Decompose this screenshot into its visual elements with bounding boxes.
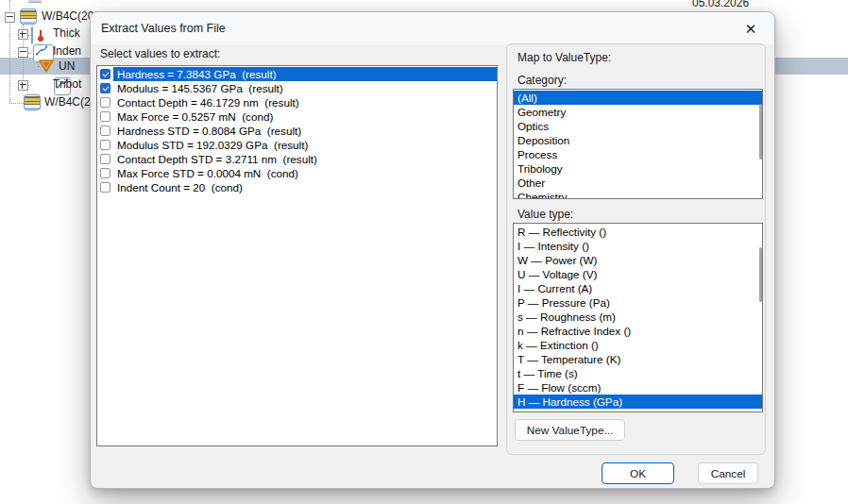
checkbox-icon[interactable] [100,182,110,193]
value-row[interactable]: Max Force STD = 0.0004 mN (cond) [97,166,497,180]
category-option[interactable]: Tribology [514,161,762,176]
valuetype-option[interactable]: W — Power (W) [514,253,762,267]
valuetype-scrollbar-thumb[interactable] [759,247,762,302]
valuetype-option[interactable]: k — Extinction () [514,338,762,352]
valuetype-option[interactable]: T — Temperature (K) [514,352,762,366]
checkbox-icon[interactable] [100,97,110,108]
tree-item-label[interactable]: Inden [53,43,81,59]
close-icon[interactable]: ✕ [738,17,763,42]
valuetype-option[interactable]: I — Intensity () [514,239,762,253]
tree-item-label[interactable]: UN [59,59,75,75]
value-row[interactable]: Hardness STD = 0.8084 GPa (result) [97,124,497,138]
value-row[interactable]: Contact Depth STD = 3.2711 nm (result) [97,152,497,166]
valuetype-listbox[interactable]: R — Reflectivity () I — Intensity () W —… [513,223,763,412]
value-row[interactable]: Modulus = 145.5367 GPa (result) [97,81,497,95]
tree-item-label[interactable]: Tribot [53,76,81,92]
value-row-label: Max Force = 0.5257 mN (cond) [113,109,277,124]
tree-item-label[interactable]: W/B4C(2 [44,94,91,110]
category-option[interactable]: Process [514,147,762,161]
app-window: 05.03.2026 W/B4C(200101A) Thick Inden UN… [0,0,848,504]
value-row[interactable]: Modulus STD = 192.0329 GPa (result) [97,138,497,152]
checkbox-icon[interactable] [100,83,110,93]
valuetype-option[interactable]: s — Roughness (m) [514,310,762,324]
new-valuetype-button[interactable]: New ValueType... [515,419,625,441]
select-values-label: Select values to extract: [100,47,220,60]
value-row-label: Modulus = 145.5367 GPa (result) [113,81,287,95]
row-date: 05.03.2026 [692,0,749,10]
tree-item-label[interactable]: Thick [53,25,80,42]
values-checklist[interactable]: Hardness = 7.3843 GPa (result) Modulus =… [96,65,498,446]
warning-triangle-icon [39,59,54,76]
map-group-title: Map to ValueType: [517,51,611,64]
checkbox-icon[interactable] [100,126,110,136]
expander-plus-icon[interactable] [18,29,28,40]
category-label: Category: [517,74,567,87]
category-option[interactable]: Deposition [514,133,762,147]
category-scrollbar-thumb[interactable] [759,104,762,160]
value-row[interactable]: Hardness = 7.3843 GPa (result) [97,67,497,81]
value-row-label: Hardness STD = 0.8084 GPa (result) [113,124,305,138]
expander-minus-icon[interactable] [18,47,28,58]
thermometer-icon [31,26,33,44]
cancel-button[interactable]: Cancel [698,462,758,484]
expander-plus-icon[interactable] [18,80,28,91]
category-listbox[interactable]: (All) Geometry Optics Deposition Process… [513,89,763,199]
valuetype-option[interactable]: n — Refractive Index () [514,324,762,338]
checkbox-icon[interactable] [100,168,110,178]
category-option[interactable]: (All) [514,91,762,105]
map-valuetype-group: Map to ValueType: Category: (All) Geomet… [506,43,766,455]
valuetype-option[interactable]: I — Current (A) [514,281,762,295]
ok-button[interactable]: OK [602,462,674,484]
value-row-label: Hardness = 7.3843 GPa (result) [113,67,497,81]
valuetype-label: Value type: [517,208,573,221]
checkbox-icon[interactable] [100,154,110,164]
tree-connector [9,103,24,104]
sample-stack-icon [20,8,37,25]
extract-values-dialog: Extract Values from File ✕ Select values… [90,11,775,489]
sample-stack-icon [24,94,41,110]
valuetype-option[interactable]: F — Flow (sccm) [514,380,762,395]
expander-minus-icon[interactable] [5,12,15,23]
valuetype-option[interactable]: R — Reflectivity () [514,225,762,239]
value-row[interactable]: Contact Depth = 46.1729 nm (result) [97,95,497,109]
value-row-label: Indent Count = 20 (cond) [113,180,246,194]
category-option[interactable]: Other [514,176,762,190]
value-row-label: Contact Depth STD = 3.2711 nm (result) [113,152,321,166]
category-option[interactable]: Geometry [514,105,762,119]
value-row-label: Contact Depth = 46.1729 nm (result) [113,95,303,109]
valuetype-option[interactable]: U — Voltage (V) [514,267,762,281]
value-row-label: Modulus STD = 192.0329 GPa (result) [113,138,312,152]
partial-row-fragment [28,0,42,3]
dialog-title: Extract Values from File [101,12,226,44]
valuetype-option[interactable]: t — Time (s) [514,366,762,380]
checkbox-icon[interactable] [100,111,110,122]
dialog-titlebar: Extract Values from File ✕ [91,12,774,44]
checkbox-icon[interactable] [100,69,110,79]
category-option[interactable]: Chemistry [514,190,762,199]
valuetype-option[interactable]: H — Hardness (GPa) [514,395,762,409]
checkbox-icon[interactable] [100,140,110,150]
value-row[interactable]: Max Force = 0.5257 mN (cond) [97,109,497,124]
value-row[interactable]: Indent Count = 20 (cond) [97,180,497,194]
category-option[interactable]: Optics [514,119,762,133]
value-row-label: Max Force STD = 0.0004 mN (cond) [113,166,302,180]
valuetype-option[interactable]: P — Pressure (Pa) [514,295,762,310]
